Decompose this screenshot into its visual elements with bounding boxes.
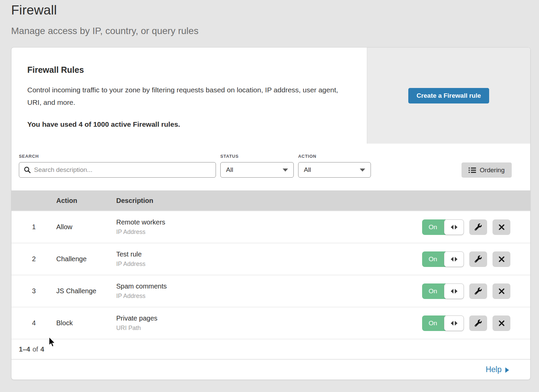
arrow-left-icon — [451, 321, 453, 326]
arrow-right-icon — [455, 257, 457, 262]
close-icon — [498, 224, 505, 231]
search-input[interactable] — [34, 166, 211, 174]
delete-rule-button[interactable] — [493, 251, 510, 267]
pagination-of: of — [32, 345, 38, 353]
edit-rule-button[interactable] — [469, 251, 487, 267]
arrow-left-icon — [451, 289, 453, 294]
close-icon — [498, 256, 505, 263]
status-filter-group: STATUS All — [220, 154, 294, 178]
page-header: Firewall Manage access by IP, country, o… — [0, 0, 539, 36]
rule-action: Allow — [56, 223, 116, 231]
toggle-handle[interactable] — [444, 219, 464, 235]
delete-rule-button[interactable] — [493, 219, 510, 235]
table-row: 3 JS Challenge Spam comments IP Address … — [11, 275, 530, 307]
description-column-header: Description — [116, 197, 409, 205]
rule-description: Spam comments — [116, 282, 409, 290]
help-link-label: Help — [486, 365, 502, 374]
wrench-icon — [475, 320, 482, 327]
ordered-list-icon — [469, 167, 476, 173]
wrench-icon — [475, 255, 482, 263]
caret-right-icon — [505, 367, 509, 373]
rule-controls: On — [409, 219, 530, 235]
action-filter-group: ACTION All — [298, 154, 371, 178]
rule-controls: On — [409, 315, 530, 331]
action-column-header: Action — [56, 197, 116, 205]
rule-enabled-toggle[interactable]: On — [422, 219, 464, 235]
chevron-down-icon — [360, 169, 365, 172]
info-text-block: Firewall Rules Control incoming traffic … — [11, 48, 367, 144]
status-select[interactable]: All — [220, 162, 294, 178]
edit-rule-button[interactable] — [469, 283, 487, 299]
info-section: Firewall Rules Control incoming traffic … — [11, 48, 530, 144]
rule-controls: On — [409, 251, 530, 267]
rules-table: Action Description 1 Allow Remote worker… — [11, 190, 530, 380]
arrow-left-icon — [451, 257, 453, 262]
rule-enabled-toggle[interactable]: On — [422, 283, 464, 299]
pagination-bar: 1–4 of 4 — [11, 339, 530, 359]
rule-description-cell: Test rule IP Address — [116, 250, 409, 268]
arrow-left-icon — [451, 225, 453, 230]
table-row: 2 Challenge Test rule IP Address On — [11, 243, 530, 275]
arrow-right-icon — [455, 321, 457, 326]
close-icon — [498, 288, 505, 295]
rule-description-cell: Private pages URI Path — [116, 314, 409, 332]
ordering-button[interactable]: Ordering — [462, 162, 512, 178]
rule-controls: On — [409, 283, 530, 299]
table-row: 4 Block Private pages URI Path On — [11, 307, 530, 339]
table-row: 1 Allow Remote workers IP Address On — [11, 211, 530, 243]
rule-priority: 3 — [11, 287, 56, 295]
toggle-on-label: On — [422, 219, 446, 235]
table-header-row: Action Description — [11, 190, 530, 211]
rule-priority: 2 — [11, 255, 56, 263]
search-label: SEARCH — [19, 154, 216, 159]
rule-match-type: IP Address — [116, 261, 409, 268]
rule-description-cell: Spam comments IP Address — [116, 282, 409, 300]
wrench-icon — [475, 288, 482, 295]
firewall-rules-card: Firewall Rules Control incoming traffic … — [11, 47, 531, 380]
status-selected-value: All — [226, 166, 233, 174]
arrow-right-icon — [455, 289, 457, 294]
delete-rule-button[interactable] — [493, 283, 510, 299]
card-footer: Help — [11, 359, 530, 380]
rule-match-type: URI Path — [116, 325, 409, 332]
edit-rule-button[interactable] — [469, 315, 487, 331]
pagination-range: 1–4 — [19, 345, 30, 353]
rule-description-cell: Remote workers IP Address — [116, 218, 409, 236]
edit-rule-button[interactable] — [469, 219, 487, 235]
help-link[interactable]: Help — [486, 365, 509, 374]
rule-enabled-toggle[interactable]: On — [422, 315, 464, 331]
filters-bar: SEARCH STATUS All ACTION All — [11, 144, 530, 190]
delete-rule-button[interactable] — [493, 315, 510, 331]
search-icon — [24, 167, 31, 173]
rule-description: Private pages — [116, 314, 409, 322]
close-icon — [498, 320, 505, 327]
ordering-button-label: Ordering — [480, 167, 505, 174]
status-label: STATUS — [220, 154, 294, 159]
action-selected-value: All — [304, 166, 311, 174]
rule-description: Remote workers — [116, 218, 409, 226]
toggle-on-label: On — [422, 283, 446, 299]
rule-action: Challenge — [56, 255, 116, 263]
rule-enabled-toggle[interactable]: On — [422, 251, 464, 267]
arrow-right-icon — [455, 225, 457, 230]
rule-priority: 1 — [11, 223, 56, 231]
search-filter-group: SEARCH — [19, 154, 216, 178]
action-label: ACTION — [298, 154, 371, 159]
toggle-on-label: On — [422, 315, 446, 331]
pagination-total: 4 — [40, 345, 44, 353]
section-description: Control incoming traffic to your zone by… — [27, 84, 347, 109]
section-heading: Firewall Rules — [27, 65, 347, 75]
page-title: Firewall — [11, 3, 539, 18]
usage-note: You have used 4 of 1000 active Firewall … — [27, 120, 347, 128]
toggle-handle[interactable] — [444, 251, 464, 267]
rule-description: Test rule — [116, 250, 409, 258]
action-select[interactable]: All — [298, 162, 371, 178]
search-box[interactable] — [19, 162, 216, 178]
toggle-handle[interactable] — [444, 315, 464, 331]
rule-action: JS Challenge — [56, 287, 116, 295]
create-firewall-rule-button[interactable]: Create a Firewall rule — [408, 88, 489, 103]
rule-match-type: IP Address — [116, 229, 409, 236]
toggle-on-label: On — [422, 251, 446, 267]
toggle-handle[interactable] — [444, 283, 464, 299]
rule-action: Block — [56, 319, 116, 327]
